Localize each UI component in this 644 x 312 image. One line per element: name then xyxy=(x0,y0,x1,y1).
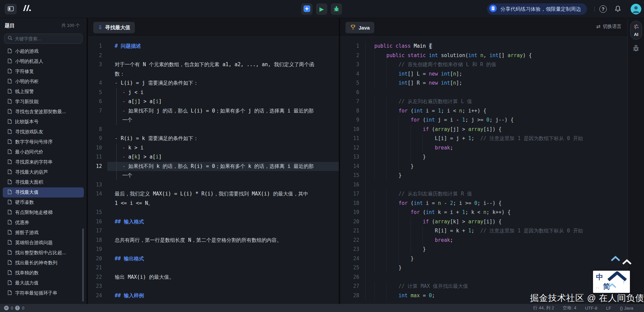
line-number: 13 xyxy=(88,180,107,190)
sidebar-item-5[interactable]: 学习新技能 xyxy=(3,97,84,107)
promo-badge-icon xyxy=(489,4,497,14)
user-avatar[interactable] xyxy=(631,4,641,14)
line-number: 24 xyxy=(88,291,107,301)
sidebar-item-24[interactable]: 字符串最短循环子串 xyxy=(3,288,84,298)
code-line: 27// 计算 MAX 值并找出最大值 xyxy=(340,282,628,291)
sidebar-item-20[interactable]: 找出整型数组中占比超... xyxy=(3,248,84,258)
tab-problem[interactable]: ⇩ 寻找最大值 xyxy=(93,22,135,33)
file-icon xyxy=(7,89,12,95)
markdown-line: 6- a[j] > a[i] xyxy=(88,97,339,106)
problem-count: 共 100 个 xyxy=(61,23,80,29)
line-content: } xyxy=(366,254,628,264)
line-content: break; xyxy=(366,143,628,153)
line-content: R[i] = k + 1; // 注意这里加 1 是因为数组下标从 0 开始 xyxy=(366,226,628,236)
error-icon: ✕ xyxy=(4,306,9,310)
ai-generate-button[interactable] xyxy=(301,3,313,15)
line-content xyxy=(107,282,339,291)
search-box[interactable] xyxy=(4,34,83,44)
warning-icon: ! xyxy=(15,306,20,310)
line-content: 数： xyxy=(107,70,339,79)
java-code-editor[interactable]: 1public class Main {2public static int s… xyxy=(340,37,628,300)
line-content: - L(i) = j 需要满足的条件如下： xyxy=(107,79,339,88)
code-line: 10if (array[j] > array[i]) { xyxy=(340,125,628,134)
sidebar-item-2[interactable]: 字符修复 xyxy=(3,66,84,77)
sidebar-item-4[interactable]: 线上报警 xyxy=(3,87,84,97)
markdown-line: 14最后，我们定义 MAX(i) = L(i) * R(i)，我们需要找到 MA… xyxy=(88,189,339,199)
tab-java[interactable]: Java xyxy=(345,22,374,33)
sidebar-item-18[interactable]: 摇骰子游戏 xyxy=(3,228,84,238)
problem-markdown-editor[interactable]: 1# 问题描述23对于一个有 N 个元素的数组，包含如下的元素 a1, a2, … xyxy=(88,37,339,300)
line-content xyxy=(107,180,339,190)
line-content: - j < i xyxy=(107,88,339,97)
code-line: 2public static int solution(int n, int[]… xyxy=(340,51,628,60)
markdown-line: 15 xyxy=(88,208,339,217)
code-line: 20if (array[k] > array[i]) { xyxy=(340,217,628,227)
line-number: 16 xyxy=(340,180,366,190)
indent-setting[interactable]: 空格: 4 xyxy=(563,305,576,311)
line-content: # 问题描述 xyxy=(107,42,339,51)
bell-icon xyxy=(614,5,622,13)
sidebar-item-15[interactable]: 硬币凑数 xyxy=(3,197,84,208)
sidebar-item-16[interactable]: 有点限制地走楼梯 xyxy=(3,208,84,218)
markdown-line: 16## 输入格式 xyxy=(88,217,339,227)
sidebar-item-13[interactable]: 寻找最大面积 xyxy=(3,177,84,187)
markdown-line: 3对于一个有 N 个元素的数组，包含如下的元素 a1, a2, ..., an,… xyxy=(88,60,339,70)
problem-item-label: 硬币凑数 xyxy=(15,199,34,206)
search-input[interactable] xyxy=(15,36,79,41)
notifications-button[interactable] xyxy=(613,4,623,14)
sidebar-item-8[interactable]: 寻找游戏队友 xyxy=(3,127,84,137)
app-logo[interactable] xyxy=(22,4,32,13)
line-number: 23 xyxy=(88,282,107,291)
language-mode[interactable]: {} Java xyxy=(620,306,633,311)
status-right: 行 44, 列 2 空格: 4 UTF-8 LF {} Java xyxy=(533,305,644,311)
sidebar-item-22[interactable]: 找单独的数 xyxy=(3,268,84,278)
sidebar-item-23[interactable]: 最大战力值 xyxy=(3,278,84,288)
help-button[interactable]: ? xyxy=(598,4,608,14)
debug-rail-button[interactable] xyxy=(632,44,641,53)
line-number: 12 xyxy=(88,162,107,171)
line-number: 6 xyxy=(340,88,366,97)
chevron-up-icon xyxy=(622,259,632,267)
line-number: 25 xyxy=(340,263,366,273)
code-line: 9for (int j = i - 1; j >= 0; j--) { xyxy=(340,116,628,125)
code-line: 1public class Main { xyxy=(340,42,628,51)
file-icon xyxy=(7,48,12,54)
sidebar-toggle-button[interactable] xyxy=(5,4,17,14)
sidebar-item-9[interactable]: 数字字母问号排序 xyxy=(3,137,84,147)
switch-language-button[interactable]: ⇄ 切换语言 xyxy=(596,24,622,30)
sidebar-item-21[interactable]: 找出最长的神奇数列 xyxy=(3,258,84,268)
promo-banner[interactable]: 分享代码练习体验，领限量定制周边 xyxy=(487,3,587,15)
sidebar-item-7[interactable]: 比较版本号 xyxy=(3,117,84,127)
line-number: 27 xyxy=(340,282,366,291)
sidebar-item-14[interactable]: 寻找最大值 xyxy=(3,187,84,197)
sidebar-item-11[interactable]: 寻找原来的字符串 xyxy=(3,157,84,167)
line-number: 8 xyxy=(340,106,366,116)
markdown-line: 1 <= i <= N。 xyxy=(88,199,339,208)
debug-button[interactable] xyxy=(331,3,342,15)
sidebar-item-12[interactable]: 寻找最大的葫芦 xyxy=(3,167,84,177)
line-content: for (int i = n - 2; i >= 0; i--) { xyxy=(366,199,628,208)
ai-assistant-pill[interactable]: AI xyxy=(630,21,642,40)
sidebar-item-1[interactable]: 小明的机器人 xyxy=(3,56,84,66)
sidebar-item-19[interactable]: 英雄组合游戏问题 xyxy=(3,238,84,248)
line-content: - a[j] > a[i] xyxy=(107,97,339,106)
translate-widget[interactable]: 中 简 ·· ↑ xyxy=(593,271,630,293)
sidebar-item-3[interactable]: 小明的书柜 xyxy=(3,77,84,87)
line-number: 3 xyxy=(340,60,366,70)
sidebar-scrollbar[interactable] xyxy=(82,228,84,302)
sidebar-item-10[interactable]: 最小趋同代价 xyxy=(3,147,84,157)
problem-item-label: 比较版本号 xyxy=(15,119,39,125)
problems-indicator[interactable]: ✕ 0 ! 0 xyxy=(0,306,24,311)
encoding[interactable]: UTF-8 xyxy=(585,306,597,311)
markdown-line: 一个 xyxy=(88,116,339,125)
line-content xyxy=(366,273,628,282)
sidebar-item-0[interactable]: 小超的游戏 xyxy=(3,46,84,56)
code-line: 23} xyxy=(340,245,628,254)
up-arrow-icon: ↑ xyxy=(623,279,625,285)
sidebar-item-6[interactable]: 寻找包含斐波那契数最... xyxy=(3,107,84,117)
eol-type[interactable]: LF xyxy=(606,306,611,311)
problem-item-label: 小明的机器人 xyxy=(15,58,43,64)
sidebar-item-17[interactable]: 优惠券 xyxy=(3,218,84,228)
run-button[interactable]: ▶ xyxy=(316,3,327,15)
problem-tabbar: ⇩ 寻找最大值 xyxy=(88,18,339,37)
